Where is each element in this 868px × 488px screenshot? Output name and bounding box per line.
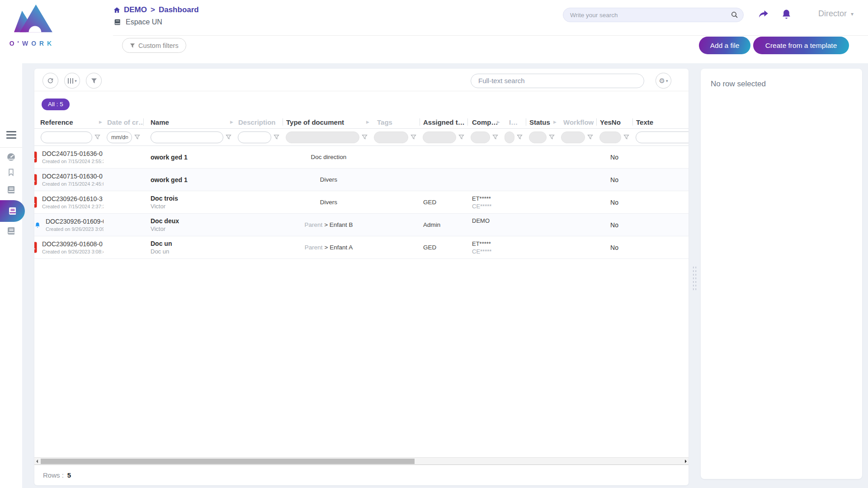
filter-funnel-icon[interactable]	[94, 134, 100, 140]
column-header-name[interactable]: Name▶	[143, 116, 235, 128]
sort-arrow-icon[interactable]: ▶	[497, 120, 500, 124]
panel-resize-handle[interactable]	[692, 266, 697, 292]
table-row[interactable]: w DOC230926-01609-0Created on 9/26/2023 …	[34, 214, 689, 236]
mountain-logo-icon	[9, 3, 56, 41]
filter-funnel-icon[interactable]	[362, 134, 368, 140]
cell-type: Doc direction	[283, 146, 371, 168]
table-filter-row: mm/d	[34, 129, 689, 146]
table-row[interactable]: DOC240715-01630-0Created on 7/15/2024 2:…	[34, 169, 689, 191]
breadcrumb-current[interactable]: Dashboard	[159, 5, 199, 14]
space-label-row: Espace UN	[114, 18, 162, 26]
cell-reference: w DOC230926-01609-0Created on 9/26/2023 …	[34, 214, 104, 236]
sidebar-menu-toggle[interactable]	[0, 129, 22, 140]
filter-funnel-icon[interactable]	[410, 134, 416, 140]
column-header-i[interactable]: I…	[501, 116, 526, 128]
add-file-button[interactable]: Add a file	[699, 37, 750, 54]
sidebar-divider	[0, 147, 22, 148]
calendar-icon[interactable]	[125, 135, 128, 140]
cell-description	[235, 146, 283, 168]
table-row[interactable]: DOC230926-01608-0Created on 9/26/2023 3:…	[34, 236, 689, 259]
custom-filters-button[interactable]: Custom filters	[122, 38, 186, 53]
scroll-left-icon[interactable]	[36, 460, 38, 463]
sort-arrow-icon[interactable]: ▶	[99, 120, 102, 124]
global-search-input[interactable]	[563, 8, 744, 22]
notifications-button[interactable]	[778, 6, 794, 22]
book-icon	[114, 19, 121, 26]
column-header-assigned-to[interactable]: Assigned t…	[420, 116, 467, 128]
column-header-status[interactable]: Status▶	[526, 116, 558, 128]
column-header-description[interactable]: Description	[235, 116, 283, 128]
scrollbar-thumb[interactable]	[41, 459, 415, 464]
cell-type: Parent> Enfant A	[283, 236, 371, 258]
filter-tabs-row: All : 5	[34, 91, 689, 116]
table-row[interactable]: DOC240715-01636-0Created on 7/15/2024 2:…	[34, 146, 689, 169]
header-divider	[113, 35, 868, 36]
filter-funnel-icon[interactable]	[549, 134, 555, 140]
filter-cell-reference	[34, 129, 104, 145]
refresh-button[interactable]	[42, 73, 58, 89]
search-icon[interactable]	[731, 11, 739, 19]
filter-input-type-disabled	[286, 131, 359, 143]
column-header-company[interactable]: Comp…▶	[467, 116, 501, 128]
cell-status	[526, 214, 558, 236]
create-from-template-button[interactable]: Create from a template	[753, 37, 849, 54]
fulltext-search-input[interactable]	[471, 74, 644, 88]
cell-name: Doc troisVictor	[143, 191, 235, 213]
filter-funnel-icon[interactable]	[458, 134, 464, 140]
filter-funnel-icon[interactable]	[226, 134, 231, 140]
horizontal-scrollbar[interactable]	[34, 457, 689, 465]
tab-all-count[interactable]: All : 5	[42, 99, 70, 110]
column-chooser-button[interactable]: ▾	[64, 73, 80, 89]
cell-status	[526, 236, 558, 258]
pdf-file-icon	[34, 242, 37, 253]
filter-funnel-icon[interactable]	[623, 134, 629, 140]
breadcrumb-separator: >	[151, 5, 155, 14]
filter-funnel-icon[interactable]	[517, 134, 523, 140]
column-header-workflow[interactable]: Workflow	[558, 116, 596, 128]
filter-funnel-icon[interactable]	[587, 134, 593, 140]
cell-status	[526, 146, 558, 168]
column-header-yesno[interactable]: YesNo	[596, 116, 632, 128]
filter-builder-button[interactable]	[86, 73, 102, 89]
filter-input-name[interactable]	[151, 131, 223, 143]
sort-arrow-icon[interactable]: ▶	[553, 120, 557, 124]
chevron-down-icon: ▾	[666, 79, 668, 83]
column-header-date-of-creation[interactable]: Date of cr…	[104, 116, 143, 128]
filter-cell-i	[501, 129, 526, 145]
filter-input-date[interactable]: mm/d	[107, 131, 132, 143]
cell-date	[104, 191, 143, 213]
sort-arrow-icon[interactable]: ▶	[366, 120, 369, 124]
cell-company	[467, 146, 501, 168]
custom-filters-label: Custom filters	[138, 42, 179, 49]
column-header-reference[interactable]: Reference▶	[34, 116, 104, 128]
top-header: O'WORK DEMO > Dashboard Espace UN Custom…	[0, 0, 868, 63]
cell-workflow	[558, 191, 596, 213]
sort-arrow-icon[interactable]: ▶	[230, 120, 233, 124]
sidebar-item-library[interactable]	[0, 184, 22, 196]
grid-settings-button[interactable]: ⚙ ▾	[656, 73, 671, 89]
column-header-texte[interactable]: Texte	[632, 116, 689, 128]
share-button[interactable]	[756, 6, 771, 22]
book-icon	[7, 185, 16, 194]
role-dropdown[interactable]: Director ▾	[818, 9, 854, 19]
sidebar-item-archive[interactable]	[0, 225, 22, 237]
breadcrumb-home-link[interactable]: DEMO	[113, 5, 147, 14]
filter-funnel-icon[interactable]	[274, 134, 279, 140]
scroll-right-icon[interactable]	[685, 460, 687, 463]
cell-texte	[632, 146, 689, 168]
sidebar-item-dashboard[interactable]	[0, 151, 22, 163]
filter-input-company-disabled	[471, 131, 490, 143]
sidebar-item-documents-active[interactable]	[0, 200, 25, 222]
column-header-tags[interactable]: Tags	[371, 116, 420, 128]
filter-input-reference[interactable]	[41, 131, 92, 143]
filter-funnel-icon[interactable]	[492, 134, 498, 140]
speedometer-icon	[6, 152, 16, 162]
filter-funnel-icon	[91, 78, 97, 84]
filter-funnel-icon[interactable]	[134, 134, 140, 140]
filter-input-texte[interactable]	[636, 131, 689, 143]
sidebar-item-bookmarks[interactable]	[0, 166, 22, 178]
column-header-type-of-document[interactable]: Type of document▶	[283, 116, 371, 128]
space-label: Espace UN	[126, 18, 162, 26]
filter-input-description[interactable]	[238, 131, 271, 143]
table-row[interactable]: DOC230926-01610-3Created on 7/15/2024 2:…	[34, 191, 689, 214]
